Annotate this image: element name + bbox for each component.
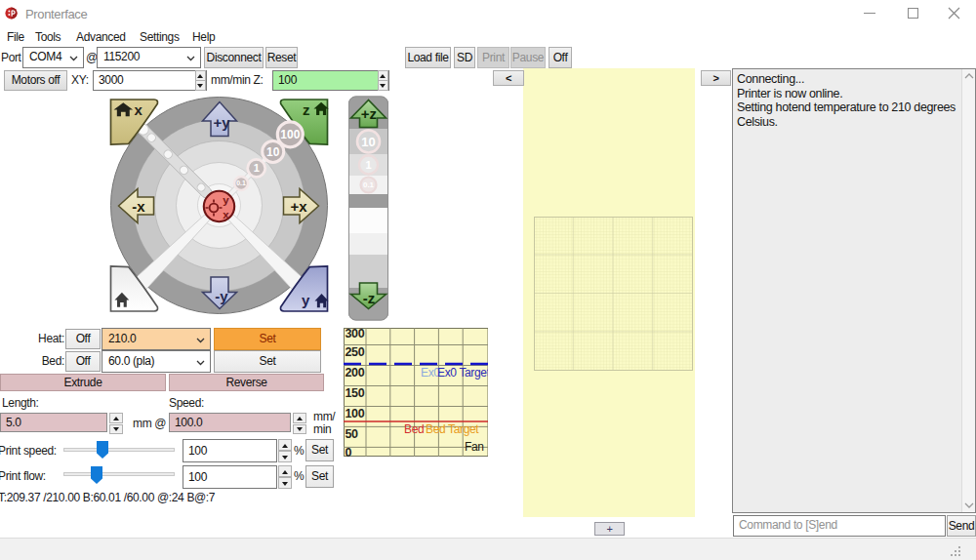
svg-text:+y: +y [213, 114, 230, 131]
svg-text:y: y [302, 292, 310, 308]
svg-text:-x: -x [132, 198, 145, 215]
svg-text:0: 0 [346, 446, 352, 458]
svg-text:0.1: 0.1 [363, 180, 375, 189]
svg-text:250: 250 [346, 345, 365, 359]
svg-text:Bed Target: Bed Target [426, 422, 479, 436]
svg-text:x: x [223, 209, 229, 220]
svg-text:150: 150 [346, 386, 365, 400]
svg-text:50: 50 [346, 427, 359, 441]
svg-text:10: 10 [266, 145, 280, 159]
svg-text:100: 100 [280, 128, 300, 141]
svg-text:z: z [303, 101, 310, 118]
svg-text:Bed: Bed [404, 422, 424, 436]
svg-text:+x: +x [290, 198, 307, 215]
svg-text:1: 1 [254, 162, 260, 174]
svg-text:200: 200 [346, 366, 365, 380]
svg-text:x: x [135, 101, 143, 118]
svg-text:0.1: 0.1 [236, 180, 246, 186]
svg-text:+z: +z [361, 105, 377, 122]
svg-text:-y: -y [215, 288, 228, 304]
svg-text:300: 300 [346, 328, 365, 340]
svg-text:Ex0 Target: Ex0 Target [437, 366, 488, 380]
svg-text:-z: -z [363, 290, 376, 306]
svg-text:10: 10 [361, 135, 375, 149]
svg-text:Fan: Fan [465, 440, 484, 454]
svg-text:y: y [223, 194, 229, 206]
svg-text:1: 1 [365, 159, 371, 171]
svg-text:100: 100 [346, 407, 365, 420]
